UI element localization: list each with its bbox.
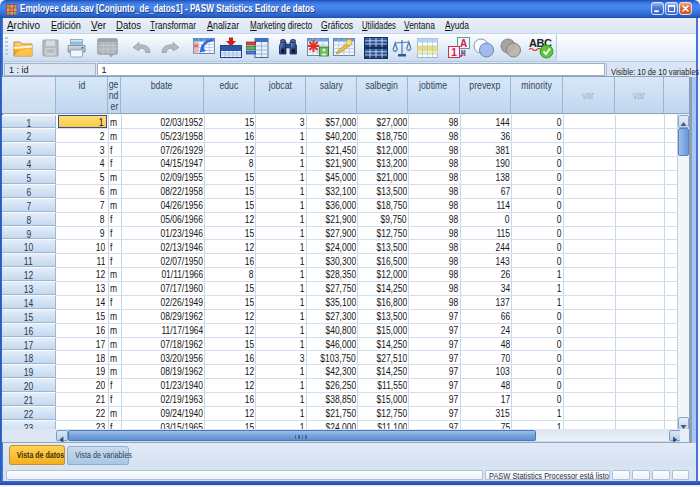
svg-text:A: A (460, 38, 467, 49)
svg-text:1: 1 (451, 47, 457, 58)
